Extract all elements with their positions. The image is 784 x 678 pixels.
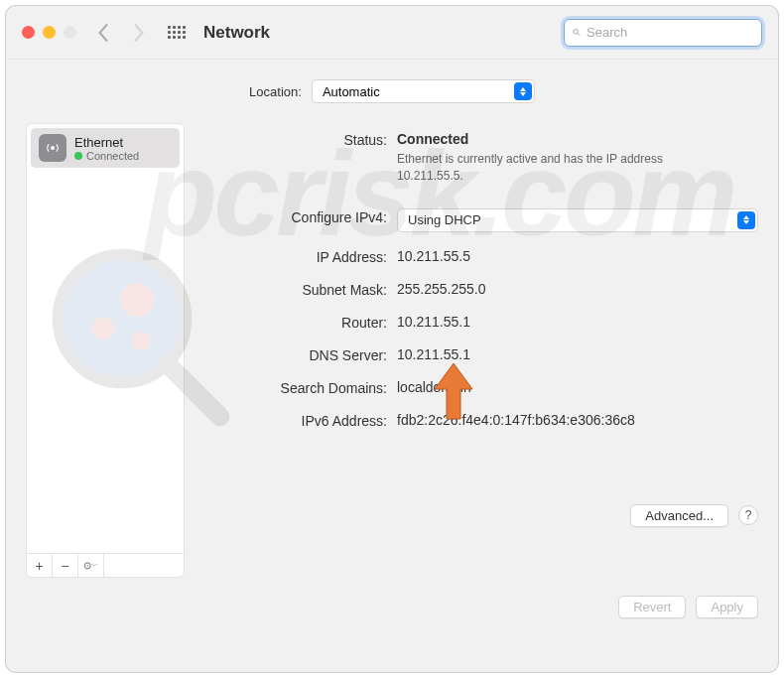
location-select[interactable]: Automatic <box>312 79 535 103</box>
ip-address-label: IP Address: <box>204 248 387 265</box>
svg-point-3 <box>120 283 154 317</box>
traffic-lights <box>22 26 76 39</box>
dns-server-value: 10.211.55.1 <box>397 346 758 362</box>
services-sidebar: Ethernet Connected + − ⊙﹀ <box>26 123 185 578</box>
subnet-mask-label: Subnet Mask: <box>204 281 387 298</box>
location-label: Location: <box>249 84 302 99</box>
sidebar-item-name: Ethernet <box>74 135 139 150</box>
configure-ipv4-label: Configure IPv4: <box>204 208 387 225</box>
ipv6-address-label: IPv6 Address: <box>204 412 387 429</box>
status-value: Connected <box>397 131 758 147</box>
configure-ipv4-select[interactable]: Using DHCP <box>397 208 758 232</box>
svg-point-4 <box>92 317 115 339</box>
forward-button <box>132 24 146 42</box>
sidebar-footer: + − ⊙﹀ <box>27 553 184 577</box>
close-window-button[interactable] <box>22 26 35 39</box>
status-description: Ethernet is currently active and has the… <box>397 151 685 185</box>
minimize-window-button[interactable] <box>43 26 56 39</box>
revert-button: Revert <box>618 596 686 618</box>
router-value: 10.211.55.1 <box>397 314 758 330</box>
ipv6-address-value: fdb2:2c26:f4e4:0:147f:b634:e306:36c8 <box>397 412 758 428</box>
help-button[interactable]: ? <box>738 505 758 525</box>
search-icon <box>573 26 581 39</box>
location-value: Automatic <box>323 84 380 99</box>
ip-address-value: 10.211.55.5 <box>397 248 758 264</box>
svg-line-1 <box>578 34 580 36</box>
chevron-updown-icon <box>737 211 755 229</box>
subnet-mask-value: 255.255.255.0 <box>397 281 758 297</box>
bottom-actions: Revert Apply <box>26 596 758 618</box>
window-title: Network <box>203 23 270 43</box>
show-all-prefs-button[interactable] <box>168 26 186 39</box>
search-domains-value: localdomain <box>397 379 758 395</box>
titlebar: Network <box>6 6 778 60</box>
ethernet-icon <box>39 134 66 162</box>
status-label: Status: <box>204 131 387 148</box>
configure-ipv4-value: Using DHCP <box>408 212 481 227</box>
search-input[interactable] <box>587 25 753 40</box>
add-service-button[interactable]: + <box>27 554 53 577</box>
dns-server-label: DNS Server: <box>204 346 387 363</box>
maximize-window-button <box>64 26 76 39</box>
router-label: Router: <box>204 314 387 331</box>
apply-button: Apply <box>696 596 758 618</box>
svg-point-2 <box>58 254 186 382</box>
main-panel: Status: Connected Ethernet is currently … <box>204 123 758 578</box>
status-dot-icon <box>74 152 82 160</box>
sidebar-item-ethernet[interactable]: Ethernet Connected <box>31 128 180 168</box>
search-field[interactable] <box>564 19 762 47</box>
advanced-button[interactable]: Advanced... <box>630 504 728 527</box>
location-row: Location: Automatic <box>26 79 758 103</box>
sidebar-item-status: Connected <box>74 150 139 162</box>
nav-buttons <box>96 24 146 42</box>
remove-service-button[interactable]: − <box>53 554 78 577</box>
service-action-button[interactable]: ⊙﹀ <box>78 554 104 577</box>
svg-point-8 <box>51 146 55 150</box>
svg-point-6 <box>58 254 186 382</box>
back-button[interactable] <box>96 24 110 42</box>
svg-point-5 <box>132 332 151 350</box>
search-domains-label: Search Domains: <box>204 379 387 396</box>
chevron-updown-icon <box>514 82 532 100</box>
